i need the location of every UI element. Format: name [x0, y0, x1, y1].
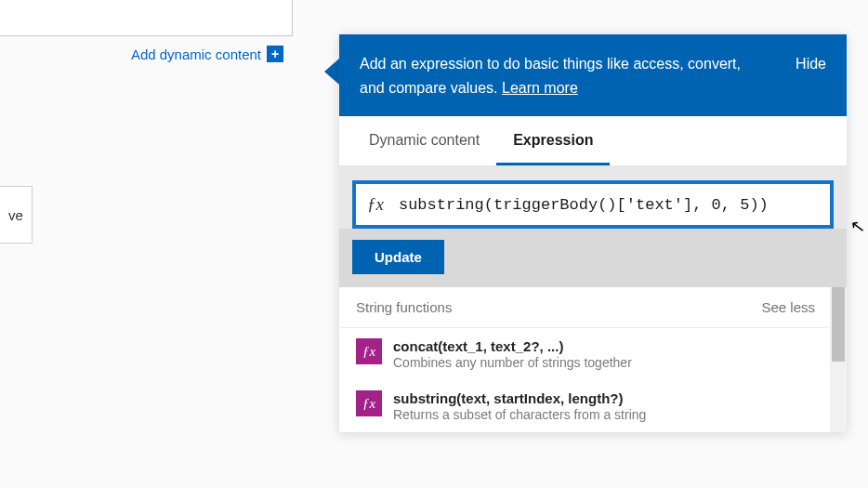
function-item-substring[interactable]: ƒx substring(text, startIndex, length?) …	[339, 380, 847, 432]
functions-list: String functions See less ƒx concat(text…	[339, 287, 847, 432]
category-label: String functions	[356, 299, 452, 315]
hide-button[interactable]: Hide	[796, 52, 826, 76]
input-card	[0, 0, 293, 36]
scrollbar-thumb[interactable]	[832, 287, 845, 362]
fx-icon: ƒx	[367, 194, 384, 215]
function-description: Combines any number of strings together	[393, 355, 632, 370]
add-dynamic-label: Add dynamic content	[131, 46, 261, 62]
tabs: Dynamic content Expression	[339, 116, 847, 166]
learn-more-link[interactable]: Learn more	[502, 80, 578, 96]
function-description: Returns a subset of characters from a st…	[393, 407, 646, 422]
tab-expression[interactable]: Expression	[496, 116, 610, 165]
see-less-link[interactable]: See less	[761, 299, 815, 315]
scrollbar[interactable]	[830, 287, 847, 432]
panel-header: Add an expression to do basic things lik…	[339, 34, 847, 116]
expression-input[interactable]: ƒx substring(triggerBody()['text'], 0, 5…	[352, 180, 834, 229]
callout-arrow	[324, 59, 339, 85]
plus-icon: +	[267, 46, 283, 62]
fx-badge-icon: ƒx	[356, 390, 382, 416]
function-text: substring(text, startIndex, length?) Ret…	[393, 390, 646, 422]
update-row: Update	[339, 229, 847, 287]
partial-text: ve	[8, 207, 23, 223]
function-signature: concat(text_1, text_2?, ...)	[393, 338, 632, 354]
expression-text: substring(triggerBody()['text'], 0, 5))	[399, 196, 822, 214]
expression-input-area: ƒx substring(triggerBody()['text'], 0, 5…	[339, 166, 847, 229]
function-text: concat(text_1, text_2?, ...) Combines an…	[393, 338, 632, 370]
expression-panel: Add an expression to do basic things lik…	[339, 34, 847, 432]
function-category: String functions See less	[339, 287, 847, 328]
function-signature: substring(text, startIndex, length?)	[393, 390, 646, 406]
save-button-partial[interactable]: ve	[0, 186, 33, 244]
tab-dynamic-content[interactable]: Dynamic content	[352, 116, 496, 165]
update-button[interactable]: Update	[352, 240, 444, 274]
function-item-concat[interactable]: ƒx concat(text_1, text_2?, ...) Combines…	[339, 328, 847, 380]
fx-badge-icon: ƒx	[356, 338, 382, 364]
mouse-cursor-icon: ↖	[848, 215, 866, 238]
add-dynamic-content-link[interactable]: Add dynamic content +	[93, 46, 283, 62]
panel-header-text: Add an expression to do basic things lik…	[360, 52, 750, 99]
